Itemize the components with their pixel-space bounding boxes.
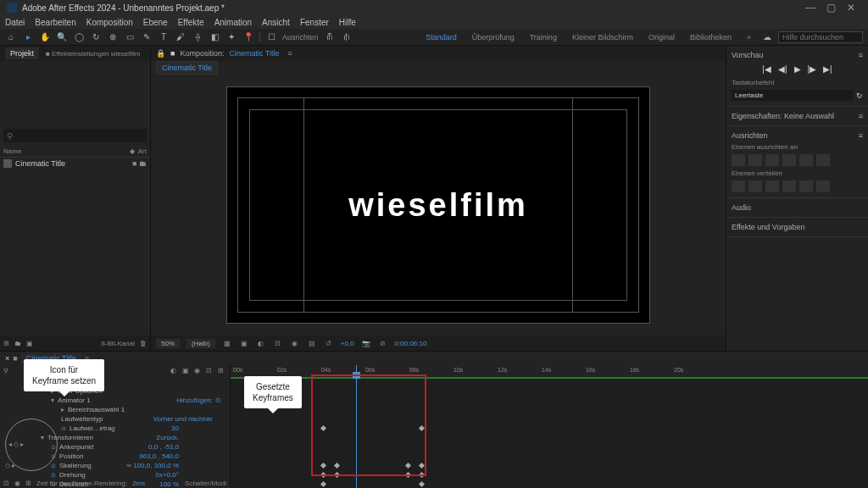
keyframe-diamond[interactable] [419,481,425,487]
tl-opt1-icon[interactable]: ◐ [170,367,179,375]
time-icon[interactable]: ⊘ [378,338,388,348]
share-icon[interactable]: ☁ [761,31,773,43]
timecode-display[interactable]: 0:00:06:10 [395,340,427,347]
tl-footer-icon2[interactable]: ◉ [14,480,20,487]
comp-breadcrumb[interactable]: Cinematic Title [156,61,218,75]
loop-icon[interactable]: ↻ [856,92,863,100]
selection-tool-icon[interactable]: ▸ [22,31,34,43]
row-range[interactable]: Bereichsauswahl 1 [68,406,125,413]
menu-ebene[interactable]: Ebene [143,18,168,27]
puppet-tool-icon[interactable]: 📍 [242,31,254,43]
tl-opt4-icon[interactable]: ⊡ [206,367,214,375]
snap-icon[interactable]: ☐ [265,31,277,43]
align-menu-icon[interactable]: ≡ [859,131,863,140]
dist-3-icon[interactable] [765,180,779,192]
channel-icon[interactable]: ◉ [290,338,300,348]
workspace-training[interactable]: Training [525,33,562,42]
tl-opt5-icon[interactable]: ⊞ [218,367,226,375]
alpha-icon[interactable]: ▤ [307,338,317,348]
workspace-standard[interactable]: Standard [420,33,462,42]
first-frame-icon[interactable]: |◀ [762,64,771,74]
dist-2-icon[interactable] [748,180,762,192]
hand-tool-icon[interactable]: ✋ [39,31,51,43]
zoom-tool-icon[interactable]: 🔍 [56,31,68,43]
tl-search-icon[interactable]: ⚲ [3,367,12,375]
snapshot-icon[interactable]: 📷 [361,338,371,348]
workspace-review[interactable]: Überprüfung [467,33,520,42]
row-scale[interactable]: Skalierung [59,462,92,469]
align-top-icon[interactable] [782,154,796,166]
safe-icon[interactable]: ▣ [239,338,249,348]
add-animator-icon[interactable]: ⊙ [215,396,221,404]
keyframe-diamond[interactable] [320,481,326,487]
reset-icon[interactable]: ↺ [324,338,334,348]
menu-datei[interactable]: Datei [5,18,25,27]
brush-tool-icon[interactable]: 🖌 [175,31,186,43]
row-anchor[interactable]: Ankerpunkt [59,443,93,451]
keyframe-nav-2[interactable]: ◇ ▸ [5,462,15,469]
timeline-track[interactable] [231,480,868,488]
workspace-more-icon[interactable]: » [742,33,756,42]
comp-name[interactable]: Cinematic Title [229,49,279,58]
grid-icon[interactable]: ▦ [222,338,232,348]
region-icon[interactable]: ⊡ [273,338,283,348]
workspace-libraries[interactable]: Bibliotheken [685,33,737,42]
dist-5-icon[interactable] [799,180,813,192]
col-name[interactable]: Name [3,147,130,155]
rotation-value[interactable]: +0,0 [341,340,354,347]
workspace-original[interactable]: Original [643,33,680,42]
snap-opt1-icon[interactable]: ⫚ [324,31,336,43]
close-button[interactable]: ✕ [841,2,861,14]
align-right-icon[interactable] [765,154,779,166]
play-icon[interactable]: ▶ [794,64,801,74]
col-type[interactable]: Art [138,147,147,155]
properties-menu-icon[interactable]: ≡ [859,112,863,120]
stopwatch-scale-icon[interactable]: ⊙ [51,463,56,469]
stopwatch-spacing-icon[interactable]: ⊙ [61,425,66,432]
lock-icon[interactable]: 🔒 [156,49,165,58]
footer-folder-icon[interactable]: 🖿 [14,340,21,347]
text-tool-icon[interactable]: T [158,31,170,43]
tl-footer-icon1[interactable]: ⊡ [3,480,9,487]
mask-icon[interactable]: ◐ [256,338,266,348]
rotate-tool-icon[interactable]: ↻ [90,31,102,43]
orbit-tool-icon[interactable]: ◯ [73,31,85,43]
shortcut-select[interactable]: Leertaste [732,90,853,101]
filter-icon[interactable]: ◆ [130,147,135,155]
footer-interpret-icon[interactable]: ⊞ [3,340,9,347]
menu-animation[interactable]: Animation [214,18,252,27]
last-frame-icon[interactable]: ▶| [823,64,832,74]
shape-tool-icon[interactable]: ▭ [124,31,136,43]
project-item-cinematic[interactable]: Cinematic Title ■ 🖿 [0,158,150,169]
menu-effekte[interactable]: Effekte [178,18,204,27]
zoom-dropdown[interactable]: 50% [156,339,180,348]
align-vcenter-icon[interactable] [799,154,813,166]
home-icon[interactable]: ⌂ [5,31,17,43]
viewer[interactable]: wieselfilm [151,75,726,336]
project-tab[interactable]: Projekt [5,47,39,59]
row-position[interactable]: Position [59,452,83,460]
row-spacing-type[interactable]: Laufweitentyp [61,415,103,423]
minimize-button[interactable]: — [800,2,821,14]
tl-footer-icon3[interactable]: ⊞ [25,480,31,487]
roto-tool-icon[interactable]: ✦ [225,31,237,43]
pan-behind-tool-icon[interactable]: ⊕ [107,31,119,43]
dist-4-icon[interactable] [782,180,796,192]
project-search[interactable]: ⚲ [3,129,147,142]
row-spacing[interactable]: Laufwei…etrag [70,424,115,432]
footer-comp-icon[interactable]: ▣ [26,340,33,347]
help-search-input[interactable] [778,31,863,43]
menu-bearbeiten[interactable]: Bearbeiten [35,18,75,27]
keyframe-nav[interactable]: ◂ ◇ ▸ [8,441,24,448]
panel-menu-icon[interactable]: ≡ [288,49,292,58]
preview-menu-icon[interactable]: ≡ [859,51,863,59]
tl-opt2-icon[interactable]: ▣ [182,367,191,375]
tl-switches[interactable]: Schalter/Modi [185,480,226,487]
tl-opt3-icon[interactable]: ◉ [194,367,203,375]
menu-ansicht[interactable]: Ansicht [262,18,290,27]
menu-fenster[interactable]: Fenster [300,18,329,27]
align-bottom-icon[interactable] [816,154,830,166]
align-left-icon[interactable] [732,154,745,166]
prev-frame-icon[interactable]: ◀| [778,64,787,74]
bitdepth[interactable]: 8-Bit-Kanal [101,340,135,347]
